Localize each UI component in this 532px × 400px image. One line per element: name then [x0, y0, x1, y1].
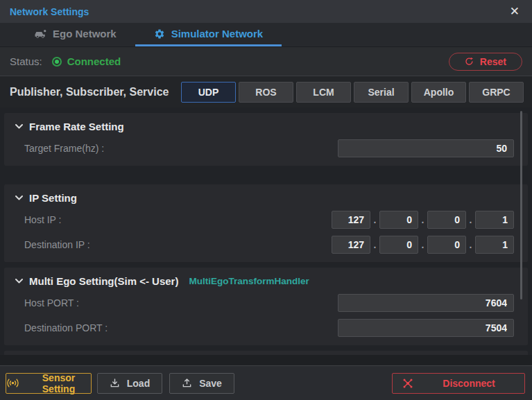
destination-ip-octet-1[interactable] [332, 236, 370, 254]
save-label: Save [199, 378, 222, 389]
gear-icon [154, 28, 165, 40]
tab-simulator-network[interactable]: Simulator Network [135, 23, 282, 46]
ip-separator: . [421, 214, 424, 225]
field-destination-ip: Destination IP : . . . [15, 236, 514, 254]
window-title: Network Settings [10, 6, 89, 17]
host-ip-inputs: . . . [332, 211, 514, 229]
ip-separator: . [373, 239, 377, 250]
titlebar: Network Settings ✕ [0, 0, 532, 23]
host-ip-octet-2[interactable] [379, 211, 418, 229]
section-multi-ego: Multi Ego Setting(Sim <- User) MultiEgoT… [4, 268, 528, 345]
section-frame-rate-title: Frame Rate Setting [29, 121, 124, 132]
destination-ip-octet-4[interactable] [475, 236, 514, 254]
protocol-lcm-button[interactable]: LCM [296, 82, 351, 103]
sensor-setting-label: Sensor Setting [26, 372, 91, 394]
host-port-input[interactable] [338, 294, 514, 312]
chevron-down-icon [15, 195, 23, 200]
footer-divider [0, 355, 532, 365]
section-vehicle-collision: Vehicle Collision Data(Sim -> User) Vehi… [4, 351, 528, 355]
vertical-scrollbar[interactable] [520, 111, 522, 299]
ip-separator: . [469, 214, 472, 225]
tab-bar: Ego Network Simulator Network [0, 23, 532, 47]
download-icon [110, 378, 120, 388]
section-ip-setting-header[interactable]: IP Setting [15, 192, 514, 204]
save-button[interactable]: Save [169, 373, 234, 394]
host-ip-octet-1[interactable] [332, 211, 370, 229]
tab-simulator-network-label: Simulator Network [171, 28, 264, 40]
destination-ip-label: Destination IP : [24, 239, 90, 250]
field-destination-port: Destination PORT : [15, 319, 514, 337]
chevron-down-icon [15, 124, 23, 129]
network-node-icon [402, 378, 413, 389]
reset-label: Reset [480, 56, 506, 67]
ip-separator: . [469, 239, 472, 250]
destination-port-label: Destination PORT : [24, 322, 108, 333]
section-multi-ego-header[interactable]: Multi Ego Setting(Sim <- User) MultiEgoT… [15, 275, 514, 287]
status-value: Connected [67, 55, 121, 67]
section-ip-setting-title: IP Setting [29, 192, 77, 204]
settings-scroll-area: Frame Rate Setting Target Frame(hz) : IP… [0, 107, 532, 355]
status-label: Status: [10, 55, 42, 67]
section-ip-setting: IP Setting Host IP : . . . Destination I… [4, 184, 528, 262]
protocol-ros-button[interactable]: ROS [239, 82, 293, 103]
protocol-serial-button[interactable]: Serial [354, 82, 409, 103]
section-frame-rate: Frame Rate Setting Target Frame(hz) : [4, 113, 528, 166]
host-ip-octet-3[interactable] [427, 211, 466, 229]
destination-ip-inputs: . . . [332, 236, 514, 254]
protocol-bar: Publisher, Subscriber, Service UDP ROS L… [0, 76, 532, 107]
destination-ip-octet-3[interactable] [427, 236, 466, 254]
protocol-grpc-button[interactable]: GRPC [469, 82, 524, 103]
broadcast-icon [6, 379, 19, 388]
field-host-ip: Host IP : . . . [15, 211, 514, 229]
destination-ip-octet-2[interactable] [379, 236, 418, 254]
tab-ego-network[interactable]: Ego Network [15, 23, 135, 46]
chevron-down-icon [15, 279, 23, 284]
ip-separator: . [373, 214, 377, 225]
upload-icon [182, 378, 192, 388]
protocol-apollo-button[interactable]: Apollo [411, 82, 466, 103]
status-bar: Status: Connected Reset [0, 47, 532, 76]
sensor-setting-button[interactable]: Sensor Setting [6, 373, 92, 394]
close-icon[interactable]: ✕ [507, 4, 522, 19]
ip-separator: . [421, 239, 424, 250]
reset-button[interactable]: Reset [449, 53, 522, 71]
footer-bar: Sensor Setting Load Save [0, 365, 532, 400]
field-host-port: Host PORT : [15, 294, 514, 312]
section-multi-ego-title: Multi Ego Setting(Sim <- User) [29, 275, 178, 287]
section-frame-rate-header[interactable]: Frame Rate Setting [15, 121, 514, 132]
reset-icon [465, 57, 474, 66]
multi-ego-handler-label: MultiEgoTransformHandler [189, 276, 309, 286]
destination-port-input[interactable] [338, 319, 514, 337]
host-port-label: Host PORT : [24, 297, 79, 308]
protocol-buttons: UDP ROS LCM Serial Apollo GRPC [181, 82, 524, 103]
host-ip-octet-4[interactable] [475, 211, 514, 229]
field-target-frame: Target Frame(hz) : [15, 139, 514, 157]
protocol-udp-button[interactable]: UDP [181, 82, 236, 103]
host-ip-label: Host IP : [24, 214, 61, 225]
disconnect-button[interactable]: Disconnect [392, 373, 525, 394]
connected-status-dot [52, 57, 62, 67]
load-label: Load [127, 378, 150, 389]
load-button[interactable]: Load [97, 373, 162, 394]
target-frame-input[interactable] [338, 139, 514, 157]
tab-ego-network-label: Ego Network [53, 28, 117, 40]
protocol-bar-label: Publisher, Subscriber, Service [10, 86, 169, 98]
car-icon [34, 29, 46, 39]
target-frame-label: Target Frame(hz) : [24, 143, 104, 154]
disconnect-label: Disconnect [420, 378, 524, 389]
